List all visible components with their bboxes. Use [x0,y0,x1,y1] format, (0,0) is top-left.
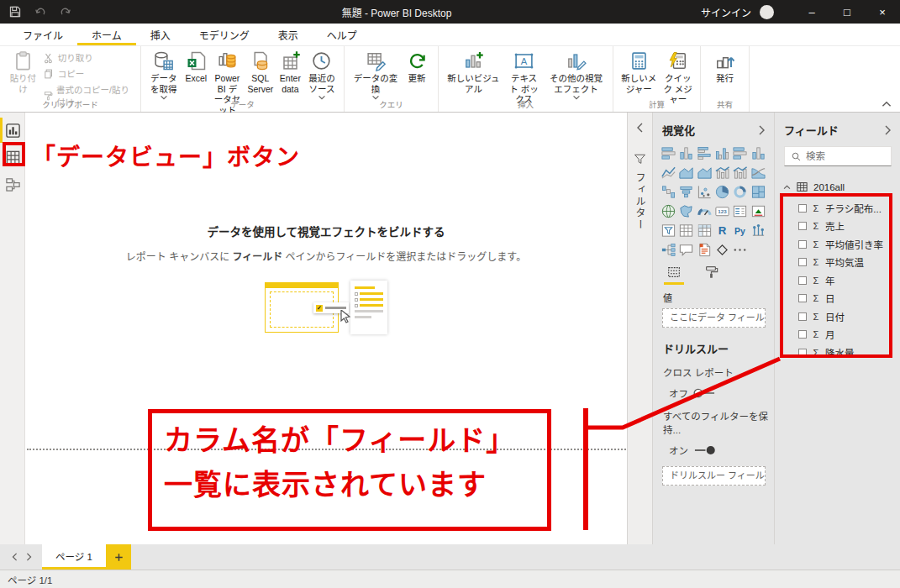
map-icon[interactable] [661,203,676,219]
filters-pane-collapsed[interactable]: フィルター [628,113,653,544]
python-visual-icon[interactable]: Py [732,223,748,239]
page-tab[interactable]: ページ 1 [42,544,106,570]
save-icon[interactable] [8,5,22,18]
kpi-icon[interactable] [750,203,766,219]
waterfall-chart-icon[interactable] [661,184,676,200]
100-stacked-column-chart-icon[interactable] [750,145,766,161]
field-row[interactable]: Σ売上 [775,218,900,236]
field-row[interactable]: Σ日付 [775,307,900,326]
field-checkbox[interactable] [798,222,807,230]
refresh-button[interactable]: 更新 [403,50,430,85]
shape-map-icon[interactable] [714,242,730,258]
power-apps-visual-icon[interactable] [750,223,766,239]
chevron-up-icon[interactable] [783,185,791,190]
field-row[interactable]: Σ平均値引き率 [775,235,900,254]
pie-chart-icon[interactable] [714,184,730,200]
account-avatar[interactable] [760,5,774,19]
sign-in-button[interactable]: サインイン [692,5,760,19]
field-checkbox[interactable] [798,294,807,302]
publish-button[interactable]: 発行 [708,50,742,85]
new-measure-button[interactable]: 新しいメジャー [618,50,659,95]
paste-button[interactable]: 貼り付け [5,50,41,95]
transform-data-button[interactable]: データの変換 [350,50,402,101]
line-and-stacked-column-chart-icon[interactable] [714,165,730,181]
report-view-button[interactable] [0,118,25,143]
collapse-ribbon-icon[interactable] [882,101,892,108]
new-visual-button[interactable]: 新しいビジュアル [444,50,503,95]
maximize-button[interactable]: □ [829,0,865,24]
field-row[interactable]: Σ降水量 [775,344,900,362]
100-stacked-bar-chart-icon[interactable] [732,145,748,161]
table-icon[interactable] [678,223,694,239]
q-and-a-visual-icon[interactable] [678,242,694,258]
field-checkbox[interactable] [798,276,807,285]
previous-page-icon[interactable] [12,553,18,561]
redo-icon[interactable] [59,5,72,18]
sql-server-button[interactable]: SQL Server [245,50,276,95]
copy-button[interactable]: コピー [43,67,135,80]
model-view-button[interactable] [0,171,25,197]
area-chart-icon[interactable] [678,165,694,181]
menu-help[interactable]: ヘルプ [313,24,371,45]
values-field-dropzone[interactable]: ここにデータ フィールド... [662,308,766,328]
clustered-column-chart-icon[interactable] [714,145,730,161]
funnel-chart-icon[interactable] [678,184,694,200]
line-and-clustered-column-chart-icon[interactable] [732,165,748,181]
more-visuals-button[interactable]: その他の視覚エフェクト [545,50,608,101]
undo-icon[interactable] [34,5,47,18]
next-page-icon[interactable] [26,553,32,561]
menu-home[interactable]: ホーム [77,24,136,45]
multi-row-card-icon[interactable] [732,203,748,219]
collapse-pane-icon[interactable] [758,125,766,135]
tab-format[interactable] [701,265,721,285]
gauge-icon[interactable] [697,203,713,219]
field-row[interactable]: Σ月 [775,326,900,344]
menu-insert[interactable]: 挿入 [136,24,185,45]
field-row[interactable]: Σ平均気温 [775,254,900,272]
stacked-column-chart-icon[interactable] [678,145,694,161]
filled-map-icon[interactable] [678,203,694,219]
treemap-icon[interactable] [750,184,766,200]
table-2016all[interactable]: 2016all [775,166,900,193]
text-box-button[interactable]: A テキスト ボックス [505,50,543,106]
donut-chart-icon[interactable] [732,184,748,200]
add-page-button[interactable] [106,544,131,570]
clustered-bar-chart-icon[interactable] [697,145,713,161]
field-checkbox[interactable] [798,240,807,249]
field-checkbox[interactable] [798,349,807,357]
quick-measure-button[interactable]: クイック メジャー [661,50,695,106]
search-input[interactable] [806,151,885,161]
menu-modeling[interactable]: モデリング [185,24,264,45]
recent-sources-button[interactable]: 最近のソース [305,50,339,101]
get-data-button[interactable]: データを取得 [146,50,181,101]
scatter-chart-icon[interactable] [697,184,713,200]
r-script-visual-icon[interactable]: R [714,223,730,239]
fields-search[interactable] [784,146,892,166]
data-view-button[interactable] [0,144,25,170]
decomposition-tree-icon[interactable] [661,242,676,258]
collapse-pane-icon[interactable] [884,125,892,135]
paginated-report-icon[interactable] [697,242,713,258]
field-row[interactable]: Σチラシ配布... [775,199,900,218]
cross-report-toggle[interactable]: オフ [653,379,774,400]
field-row[interactable]: Σ年 [775,271,900,290]
stacked-area-chart-icon[interactable] [697,165,713,181]
slicer-icon[interactable] [661,223,676,239]
ribbon-chart-icon[interactable] [750,165,766,181]
field-checkbox[interactable] [798,204,807,213]
tab-fields[interactable] [664,265,684,285]
menu-view[interactable]: 表示 [264,24,313,45]
enter-data-button[interactable]: Enter data [277,50,303,95]
field-row[interactable]: Σ日 [775,290,900,308]
menu-file[interactable]: ファイル [8,24,77,45]
more-visuals-ellipsis-icon[interactable] [732,242,748,258]
report-canvas[interactable]: データを使用して視覚エフェクトをビルドする レポート キャンバスに フィールド … [25,113,628,544]
matrix-icon[interactable] [697,223,713,239]
expand-filters-icon[interactable] [636,123,644,133]
field-checkbox[interactable] [798,312,807,321]
field-checkbox[interactable] [798,258,807,266]
drillthrough-field-dropzone[interactable]: ドリルスルー フィールド... [662,466,766,486]
stacked-bar-chart-icon[interactable] [661,145,676,161]
line-chart-icon[interactable] [661,165,676,181]
card-icon[interactable]: 123 [714,203,730,219]
